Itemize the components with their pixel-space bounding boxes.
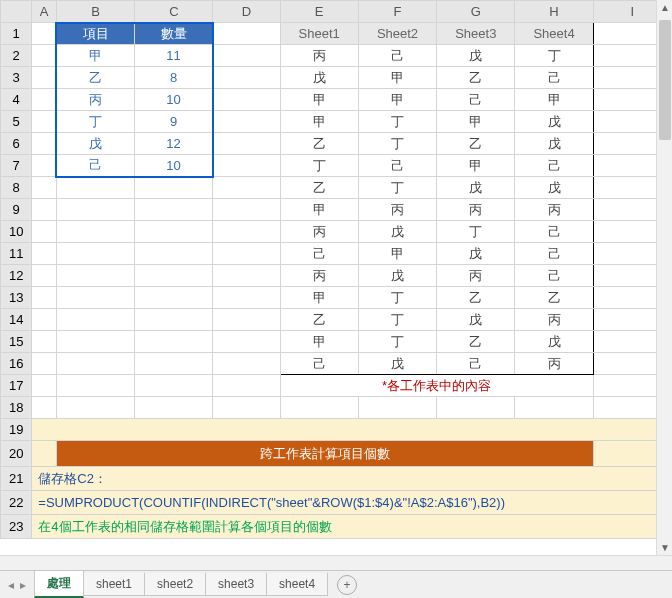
cell[interactable]: 己	[437, 353, 515, 375]
cell[interactable]: Sheet4	[515, 23, 593, 45]
cell[interactable]	[213, 23, 280, 45]
cell[interactable]: 甲	[56, 45, 134, 67]
cell[interactable]: 10	[135, 89, 213, 111]
cell[interactable]: 丙	[280, 265, 358, 287]
cell[interactable]: 10	[135, 155, 213, 177]
row-header[interactable]: 9	[1, 199, 32, 221]
cell[interactable]: 乙	[56, 67, 134, 89]
cell[interactable]: 丁	[358, 331, 436, 353]
cell[interactable]	[32, 353, 57, 375]
cell[interactable]	[213, 45, 280, 67]
cell[interactable]	[213, 221, 280, 243]
cell[interactable]: 甲	[280, 89, 358, 111]
row-header[interactable]: 10	[1, 221, 32, 243]
cell[interactable]: 丙	[358, 199, 436, 221]
cell[interactable]	[213, 331, 280, 353]
cell[interactable]: Sheet3	[437, 23, 515, 45]
corner-cell[interactable]	[1, 1, 32, 23]
cell[interactable]: 戊	[437, 177, 515, 199]
cell[interactable]	[213, 309, 280, 331]
cell[interactable]	[32, 309, 57, 331]
cell[interactable]: 乙	[437, 133, 515, 155]
cell[interactable]: 丁	[358, 287, 436, 309]
cell[interactable]	[213, 287, 280, 309]
row-header[interactable]: 5	[1, 111, 32, 133]
cell[interactable]: 甲	[437, 111, 515, 133]
row-header[interactable]: 12	[1, 265, 32, 287]
cell[interactable]	[32, 287, 57, 309]
tab-nav-prev-icon[interactable]: ◂	[8, 578, 14, 592]
cell[interactable]: 己	[56, 155, 134, 177]
cell[interactable]: 乙	[280, 177, 358, 199]
cell[interactable]	[56, 199, 134, 221]
cell[interactable]	[56, 177, 134, 199]
sheet-tab[interactable]: sheet3	[205, 573, 267, 596]
cell[interactable]	[135, 397, 213, 419]
cell[interactable]: 甲	[280, 111, 358, 133]
cell[interactable]	[135, 375, 213, 397]
cell[interactable]	[32, 243, 57, 265]
cell[interactable]: 甲	[280, 287, 358, 309]
cell[interactable]: 12	[135, 133, 213, 155]
cell[interactable]: 丁	[515, 45, 593, 67]
cell[interactable]: 戊	[437, 243, 515, 265]
cell[interactable]: 己	[515, 221, 593, 243]
cell[interactable]: 甲	[515, 89, 593, 111]
cell[interactable]: 己	[515, 243, 593, 265]
cell[interactable]	[56, 221, 134, 243]
cell[interactable]	[32, 331, 57, 353]
cell[interactable]: 丁	[358, 309, 436, 331]
cell[interactable]: 9	[135, 111, 213, 133]
cell[interactable]: 乙	[515, 287, 593, 309]
cell[interactable]: 甲	[437, 155, 515, 177]
col-header-B[interactable]: B	[56, 1, 134, 23]
scroll-down-icon[interactable]: ▼	[660, 542, 670, 553]
scrollbar-horizontal[interactable]	[0, 555, 672, 570]
cell[interactable]: 己	[358, 155, 436, 177]
cell[interactable]	[135, 331, 213, 353]
col-header-H[interactable]: H	[515, 1, 593, 23]
cell[interactable]	[213, 265, 280, 287]
cell[interactable]	[32, 23, 57, 45]
cell[interactable]	[135, 353, 213, 375]
sheet-tab-active[interactable]: 處理	[34, 571, 84, 598]
cell[interactable]	[213, 89, 280, 111]
cell[interactable]	[56, 353, 134, 375]
spreadsheet-grid[interactable]: A B C D E F G H I 1 項目 數量 Sheet1 Sheet2 …	[0, 0, 672, 539]
cell[interactable]	[358, 397, 436, 419]
cell[interactable]: 己	[280, 353, 358, 375]
cell[interactable]	[135, 177, 213, 199]
cell[interactable]: 丙	[280, 45, 358, 67]
cell[interactable]	[515, 397, 593, 419]
cell[interactable]	[32, 221, 57, 243]
cell[interactable]	[213, 67, 280, 89]
cell[interactable]: 己	[515, 155, 593, 177]
cell[interactable]: 8	[135, 67, 213, 89]
cell[interactable]	[135, 221, 213, 243]
cell[interactable]: 己	[280, 243, 358, 265]
cell[interactable]: 戊	[280, 67, 358, 89]
cell[interactable]: 甲	[358, 243, 436, 265]
cell[interactable]: 戊	[437, 309, 515, 331]
cell[interactable]	[56, 265, 134, 287]
cell[interactable]	[135, 287, 213, 309]
cell[interactable]: 丙	[56, 89, 134, 111]
cell[interactable]	[213, 243, 280, 265]
cell[interactable]: Sheet2	[358, 23, 436, 45]
cell[interactable]	[56, 397, 134, 419]
cell[interactable]: 乙	[280, 309, 358, 331]
cell[interactable]	[213, 353, 280, 375]
cell[interactable]: 戊	[358, 353, 436, 375]
cell[interactable]	[213, 375, 280, 397]
cell[interactable]: 戊	[515, 331, 593, 353]
cell[interactable]: 丙	[515, 309, 593, 331]
cell[interactable]: 項目	[56, 23, 134, 45]
cell[interactable]	[213, 397, 280, 419]
row-header[interactable]: 7	[1, 155, 32, 177]
cell[interactable]: 乙	[437, 287, 515, 309]
cell[interactable]	[56, 287, 134, 309]
cell[interactable]	[437, 397, 515, 419]
cell[interactable]: 數量	[135, 23, 213, 45]
row-header[interactable]: 22	[1, 491, 32, 515]
col-header-D[interactable]: D	[213, 1, 280, 23]
